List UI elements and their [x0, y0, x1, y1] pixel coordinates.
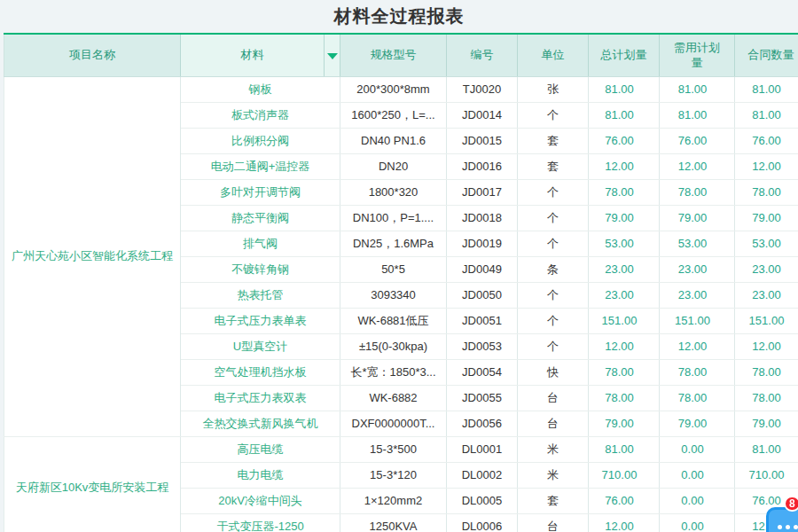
code-cell: JD0054: [447, 359, 518, 385]
chevron-down-icon[interactable]: [327, 53, 338, 59]
spec-cell: DN100，P=1....: [340, 205, 447, 231]
material-cell: U型真空计: [181, 333, 340, 359]
unit-cell: 米: [518, 436, 589, 462]
unit-cell: 套: [518, 128, 589, 153]
unit-cell: 套: [518, 153, 589, 179]
title-bar: 材料全过程报表: [0, 0, 798, 33]
code-cell: JD0017: [447, 179, 518, 205]
material-cell: 电动二通阀+温控器: [181, 153, 340, 179]
contract-qty-cell: 81.00: [735, 102, 798, 128]
total-plan-cell: 76.00: [589, 488, 660, 513]
total-plan-cell: 23.00: [589, 282, 660, 308]
project-name-cell: 广州天心苑小区智能化系统工程: [4, 76, 181, 436]
contract-qty-cell: 76.00: [735, 128, 798, 153]
material-cell: 热表托管: [181, 282, 340, 308]
required-plan-cell: 12.00: [660, 333, 735, 359]
unit-cell: 个: [518, 179, 589, 205]
contract-qty-cell: 81.00: [735, 436, 798, 462]
material-cell: 干式变压器-1250: [181, 513, 340, 532]
code-cell: JD0019: [447, 231, 518, 256]
code-cell: TJ0020: [447, 76, 518, 102]
col-header-project-name: 项目名称: [4, 34, 181, 76]
unit-cell: 张: [518, 76, 589, 102]
table-row: 天府新区10Kv变电所安装工程高压电缆15-3*500DL0001米81.000…: [4, 436, 798, 462]
total-plan-cell: 79.00: [589, 411, 660, 436]
required-plan-cell: 151.00: [660, 308, 735, 333]
contract-qty-cell: 79.00: [735, 205, 798, 231]
material-cell: 板式消声器: [181, 102, 340, 128]
required-plan-cell: 23.00: [660, 256, 735, 282]
table-row: 广州天心苑小区智能化系统工程钢板200*300*8mmTJ0020张81.008…: [4, 76, 798, 102]
spec-cell: 3093340: [340, 282, 447, 308]
contract-qty-cell: 710.00: [735, 462, 798, 488]
required-plan-cell: 76.00: [660, 128, 735, 153]
code-cell: JD0018: [447, 205, 518, 231]
total-plan-cell: 12.00: [589, 513, 660, 532]
spec-cell: ±15(0-30kpa): [340, 333, 447, 359]
spec-cell: 长*宽：1850*3...: [340, 359, 447, 385]
required-plan-cell: 79.00: [660, 411, 735, 436]
unit-cell: 个: [518, 102, 589, 128]
dot-icon: [786, 525, 790, 529]
unit-cell: 台: [518, 385, 589, 411]
col-header-unit: 单位: [518, 34, 589, 76]
required-plan-cell: 23.00: [660, 282, 735, 308]
contract-qty-cell: 23.00: [735, 282, 798, 308]
total-plan-cell: 78.00: [589, 179, 660, 205]
code-cell: JD0049: [447, 256, 518, 282]
unit-cell: 条: [518, 256, 589, 282]
unit-cell: 个: [518, 231, 589, 256]
code-cell: JD0050: [447, 282, 518, 308]
material-cell: 多叶对开调节阀: [181, 179, 340, 205]
spec-cell: 200*300*8mm: [340, 76, 447, 102]
unit-cell: 个: [518, 308, 589, 333]
total-plan-cell: 81.00: [589, 102, 660, 128]
material-cell: 静态平衡阀: [181, 205, 340, 231]
notification-badge: 8: [784, 496, 798, 512]
spec-cell: 15-3*120: [340, 462, 447, 488]
project-name-cell: 天府新区10Kv变电所安装工程: [4, 436, 181, 532]
code-cell: JD0055: [447, 385, 518, 411]
header-row: 项目名称 材料 规格型号 编号 单位 总计划量 需用计划量 合同数量: [4, 34, 798, 76]
contract-qty-cell: 53.00: [735, 231, 798, 256]
spec-cell: 1250KVA: [340, 513, 447, 532]
contract-qty-cell: 78.00: [735, 359, 798, 385]
page-title: 材料全过程报表: [334, 4, 465, 28]
code-cell: DL0001: [447, 436, 518, 462]
unit-cell: 台: [518, 411, 589, 436]
required-plan-cell: 81.00: [660, 102, 735, 128]
material-cell: 排气阀: [181, 231, 340, 256]
required-plan-cell: 0.00: [660, 436, 735, 462]
material-cell: 全热交换式新风换气机: [181, 411, 340, 436]
spec-cell: DXF0000000T...: [340, 411, 447, 436]
total-plan-cell: 78.00: [589, 359, 660, 385]
total-plan-cell: 79.00: [589, 205, 660, 231]
code-cell: JD0015: [447, 128, 518, 153]
col-header-spec: 规格型号: [340, 34, 447, 76]
unit-cell: 米: [518, 462, 589, 488]
material-cell: 高压电缆: [181, 436, 340, 462]
material-cell: 空气处理机挡水板: [181, 359, 340, 385]
code-cell: JD0014: [447, 102, 518, 128]
chat-widget[interactable]: 8: [766, 507, 798, 532]
required-plan-cell: 78.00: [660, 385, 735, 411]
required-plan-cell: 53.00: [660, 231, 735, 256]
total-plan-cell: 151.00: [589, 308, 660, 333]
spec-cell: DN25，1.6MPa: [340, 231, 447, 256]
spec-cell: 50*5: [340, 256, 447, 282]
unit-cell: 个: [518, 205, 589, 231]
material-report-table: 项目名称 材料 规格型号 编号 单位 总计划量 需用计划量 合同数量 广州天心苑…: [4, 33, 798, 532]
material-cell: 电子式压力表单表: [181, 308, 340, 333]
unit-cell: 快: [518, 359, 589, 385]
contract-qty-cell: 151.00: [735, 308, 798, 333]
contract-qty-cell: 23.00: [735, 256, 798, 282]
unit-cell: 个: [518, 282, 589, 308]
code-cell: DL0006: [447, 513, 518, 532]
material-filter-cell[interactable]: [325, 34, 340, 76]
unit-cell: 个: [518, 333, 589, 359]
material-cell: 电力电缆: [181, 462, 340, 488]
spec-cell: DN20: [340, 153, 447, 179]
code-cell: JD0051: [447, 308, 518, 333]
contract-qty-cell: 12.00: [735, 333, 798, 359]
unit-cell: 台: [518, 513, 589, 532]
